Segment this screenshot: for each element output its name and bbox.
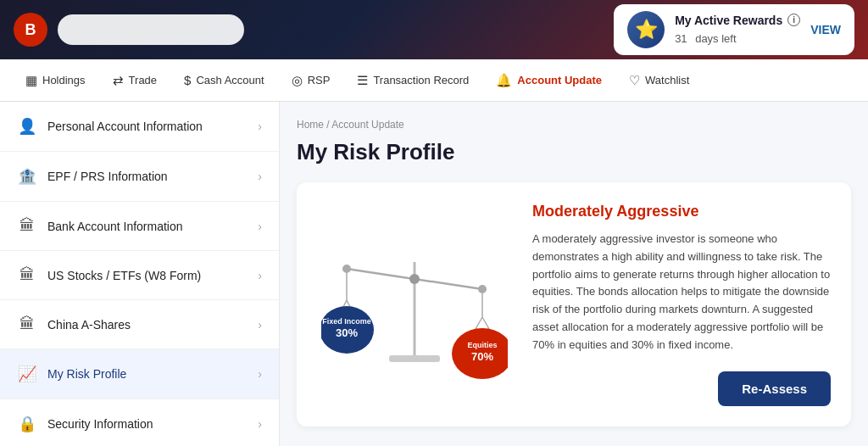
bank-icon: 🏛 [17,217,37,235]
nav-label-rsp: RSP [308,74,331,86]
risk-visual: Fixed Income 30% Equities 70% [317,203,512,406]
nav-item-trade[interactable]: ⇄ Trade [101,66,169,95]
sidebar-label-us-stocks: US Stocks / ETFs (W8 Form) [47,269,201,282]
personal-icon: 👤 [17,117,37,136]
nav-label-holdings: Holdings [42,74,86,86]
chevron-icon: › [258,120,262,133]
trade-icon: ⇄ [113,73,124,88]
svg-point-3 [342,265,351,273]
navbar: ▦ Holdings ⇄ Trade $ Cash Account ◎ RSP … [0,59,868,102]
account-update-icon: 🔔 [496,73,512,88]
nav-item-transaction[interactable]: ☰ Transaction Record [345,66,481,95]
sidebar-item-china[interactable]: 🏛 China A-Shares › [0,300,279,349]
sidebar-label-bank: Bank Account Information [47,220,183,233]
rewards-icon: ⭐ [627,11,665,48]
main-content: Home / Account Update My Risk Profile [280,102,868,446]
nav-label-watchlist: Watchlist [645,74,689,86]
sidebar: 👤 Personal Account Information › 🏦 EPF /… [0,102,280,446]
chevron-icon: › [258,269,262,282]
security-icon: 🔒 [17,415,37,433]
header: B ⭐ My Active Rewards i 31 days left VIE… [0,0,868,59]
risk-level: Moderately Aggressive [532,203,831,220]
svg-point-5 [409,274,420,284]
header-left: B [14,13,244,47]
rsp-icon: ◎ [292,73,303,88]
rewards-text: My Active Rewards i 31 days left [675,14,800,47]
rewards-days: 31 days left [675,27,800,47]
nav-label-account-update: Account Update [517,74,602,86]
nav-label-cash: Cash Account [196,74,264,86]
chevron-icon: › [258,170,262,183]
sidebar-label-risk-profile: My Risk Profile [47,367,126,381]
china-icon: 🏛 [17,315,37,333]
chevron-icon: › [258,220,262,233]
page-title: My Risk Profile [297,139,851,165]
view-rewards-button[interactable]: VIEW [810,23,841,36]
nav-item-rsp[interactable]: ◎ RSP [280,66,342,95]
risk-description: A moderately aggressive investor is some… [532,231,831,354]
svg-text:Fixed Income: Fixed Income [322,317,371,326]
nav-label-trade: Trade [129,74,157,86]
chevron-icon: › [258,367,262,381]
sidebar-item-personal[interactable]: 👤 Personal Account Information › [0,102,279,152]
nav-item-watchlist[interactable]: ♡ Watchlist [617,66,701,95]
avatar: B [14,13,47,47]
risk-card: Fixed Income 30% Equities 70% Moderately… [297,182,851,426]
nav-label-transaction: Transaction Record [373,74,469,86]
watchlist-icon: ♡ [629,73,640,88]
sidebar-label-security: Security Information [47,417,153,431]
nav-item-cash-account[interactable]: $ Cash Account [172,66,276,94]
nav-item-holdings[interactable]: ▦ Holdings [14,66,97,95]
svg-text:30%: 30% [336,326,358,339]
search-input[interactable] [58,14,244,45]
holdings-icon: ▦ [25,73,37,88]
balance-scale-svg: Fixed Income 30% Equities 70% [321,228,508,381]
nav-item-account-update[interactable]: 🔔 Account Update [484,66,614,95]
cash-icon: $ [184,73,191,87]
svg-text:Equities: Equities [467,341,497,349]
sidebar-item-security[interactable]: 🔒 Security Information › [0,399,279,446]
rewards-title: My Active Rewards i [675,14,800,27]
sidebar-label-epf: EPF / PRS Information [47,170,168,183]
svg-point-4 [478,285,487,293]
sidebar-item-epf[interactable]: 🏦 EPF / PRS Information › [0,152,279,202]
sidebar-item-bank[interactable]: 🏛 Bank Account Information › [0,202,279,251]
svg-rect-1 [389,355,440,362]
breadcrumb: Home / Account Update [297,119,851,131]
chevron-icon: › [258,318,262,332]
us-stocks-icon: 🏛 [17,266,37,284]
transaction-icon: ☰ [357,73,368,88]
sidebar-label-personal: Personal Account Information [47,120,203,133]
main-layout: 👤 Personal Account Information › 🏦 EPF /… [0,102,868,446]
sidebar-item-risk-profile[interactable]: 📈 My Risk Profile › [0,349,279,399]
rewards-info-icon[interactable]: i [787,14,800,26]
risk-profile-icon: 📈 [17,365,37,383]
risk-info: Moderately Aggressive A moderately aggre… [532,203,831,406]
epf-icon: 🏦 [17,167,37,186]
reassess-button[interactable]: Re-Assess [718,371,831,406]
rewards-box: ⭐ My Active Rewards i 31 days left VIEW [614,4,854,55]
chevron-icon: › [258,417,262,431]
sidebar-label-china: China A-Shares [47,318,131,332]
sidebar-item-us-stocks[interactable]: 🏛 US Stocks / ETFs (W8 Form) › [0,251,279,300]
svg-text:70%: 70% [471,350,493,363]
